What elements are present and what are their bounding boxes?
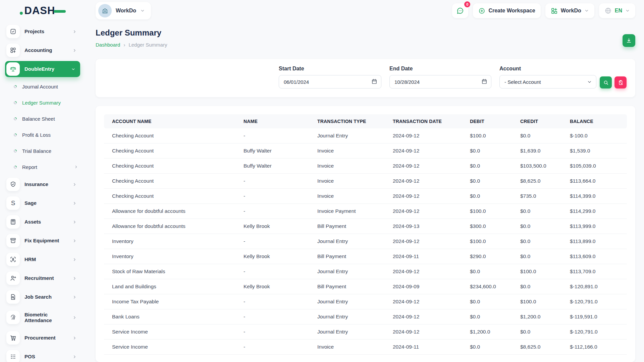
cell-transaction-type: Journal Entry [309,314,385,320]
apply-filter-button[interactable] [600,76,612,88]
cell-debit: $1,200.0 [462,329,512,335]
sidebar-item-accounting[interactable]: Accounting [5,42,80,58]
sidebar-item-balance-sheet[interactable]: Balance Sheet [5,112,80,125]
dots-grid-icon [6,350,20,362]
messages-badge: 0 [464,1,470,7]
cell-debit: $100.0 [462,208,512,214]
cell-debit: $100.0 [462,133,512,139]
file-search-icon [6,290,20,304]
sidebar-item-projects[interactable]: Projects [5,23,80,40]
cell-transaction-date: 2024-09-12 [385,178,462,184]
cell-transaction-date: 2024-09-12 [385,299,462,305]
app-menu-button[interactable]: WorkDo [545,3,594,18]
reset-filter-button[interactable] [614,76,627,88]
cart-icon [6,331,20,345]
chevron-right-icon [72,276,77,281]
table-row: Land and Buildings Kelly Brook Bill Paym… [104,279,627,294]
cell-transaction-date: 2024-09-12 [385,238,462,244]
end-date-field [389,75,491,88]
sidebar-item-procurement[interactable]: Procurement [5,330,80,346]
cell-transaction-date: 2024-09-12 [385,329,462,335]
sidebar-item-ledger-summary[interactable]: Ledger Summary [5,96,80,109]
start-date-label: Start Date [279,66,381,72]
end-date-input[interactable] [389,75,491,88]
sidebar-item-journal-account[interactable]: Journal Account [5,80,80,93]
cell-account-name: Service Income [104,329,235,335]
sidebar-item-label: POS [24,354,35,359]
sidebar-item-label: Sage [24,200,37,206]
table-body: Checking Account - Journal Entry 2024-09… [104,128,627,355]
calendar-icon[interactable] [481,78,487,84]
cell-credit: $1,639.0 [512,148,562,154]
calendar-icon[interactable] [371,78,377,84]
accounting-icon [6,44,20,57]
cell-transaction-type: Journal Entry [309,299,385,305]
workspace-avatar-icon [98,4,112,17]
table-header-row: ACCOUNT NAME NAME TRANSACTION TYPE TRANS… [104,114,627,128]
bullet-icon [13,165,17,169]
app-menu-label: WorkDo [561,8,581,14]
table-row: Checking Account Buffy Walter Invoice 20… [104,159,627,174]
clipboard-slash-icon [618,80,624,85]
cell-credit: $0.0 [512,238,562,244]
chevron-down-icon [584,8,589,13]
sidebar-item-label: Profit & Loss [22,132,51,138]
sidebar-item-label: Job Search [24,294,52,300]
messages-button[interactable]: 0 [452,3,468,18]
end-date-label: End Date [389,66,491,72]
sidebar-item-doubleentry[interactable]: DoubleEntry [5,61,80,77]
cell-transaction-type: Invoice [309,148,385,154]
sidebar-item-recruitment[interactable]: Recruitment [5,270,80,286]
cell-credit: $100.0 [512,299,562,305]
column-header: BALANCE [562,119,627,124]
workspace-switcher[interactable]: WorkDo [96,2,151,19]
create-workspace-button[interactable]: Create Workspace [473,3,540,18]
user-plus-icon [6,272,20,285]
sidebar-item-profit-loss[interactable]: Profit & Loss [5,128,80,141]
cell-name: - [235,344,309,350]
cell-balance: $113,609.0 [562,253,627,259]
download-button[interactable] [623,34,635,47]
breadcrumb-dashboard-link[interactable]: Dashboard [96,42,120,48]
sidebar-item-sage[interactable]: S Sage [5,195,80,211]
account-select[interactable]: - Select Account [499,75,596,88]
cell-debit: $300.0 [462,223,512,229]
language-selector[interactable]: EN [599,3,635,18]
chevron-right-icon [72,201,77,205]
table-row: Checking Account Buffy Walter Invoice 20… [104,143,627,159]
cell-name: - [235,208,309,214]
cell-balance: $-112,166.0 [562,344,627,350]
chevron-right-icon [72,182,77,187]
sidebar-item-fix-equipment[interactable]: Fix Equipment [5,233,80,249]
sidebar-item-insurance[interactable]: Insurance [5,176,80,192]
sidebar-item-pos[interactable]: POS [5,349,80,362]
cell-debit: $290.0 [462,253,512,259]
sidebar-item-report[interactable]: Report [5,160,80,174]
cell-balance: $114,399.0 [562,193,627,199]
sidebar-item-hrm[interactable]: HRM [5,251,80,267]
sidebar-item-biometric-attendance[interactable]: Biometric Attendance [5,308,80,327]
table-row: Allowance for doubtful accounts Kelly Br… [104,219,627,234]
sidebar: Projects Accounting DoubleEntry Journal … [0,21,86,362]
sidebar-item-label: Procurement [24,335,56,341]
start-date-input[interactable] [279,75,381,88]
app-logo[interactable]: DASH [20,5,66,17]
cell-balance: $113,999.0 [562,223,627,229]
cell-name: - [235,178,309,184]
chevron-right-icon [72,220,77,224]
cell-transaction-date: 2024-09-12 [385,148,462,154]
chevron-right-icon [72,355,77,359]
cell-name: Kelly Brook [235,284,309,290]
sidebar-item-trial-balance[interactable]: Trial Balance [5,144,80,158]
sidebar-item-label: Biometric Attendance [24,312,64,323]
cell-account-name: Checking Account [104,178,235,184]
sidebar-item-assets[interactable]: Assets [5,214,80,230]
cell-transaction-type: Bill Payment [309,223,385,229]
cell-credit: $0.0 [512,208,562,214]
bullet-icon [13,101,17,105]
sidebar-item-job-search[interactable]: Job Search [5,289,80,305]
sidebar-item-label: Assets [24,219,41,225]
search-icon [603,80,609,85]
cell-transaction-date: 2024-09-13 [385,223,462,229]
cell-account-name: Land and Buildings [104,284,235,290]
